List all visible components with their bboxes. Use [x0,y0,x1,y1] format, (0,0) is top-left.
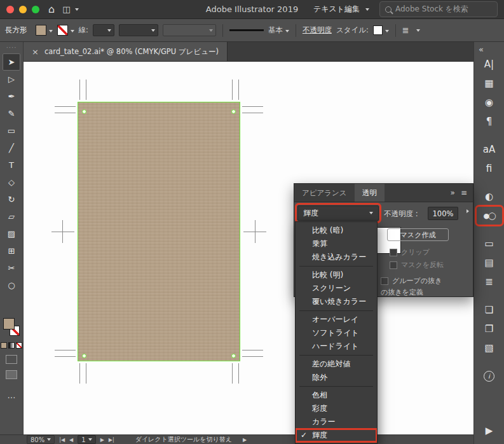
blend-mode-option[interactable]: 乗算 [296,237,377,251]
anchor-point[interactable] [82,109,86,114]
align-panel-icon[interactable]: ≣ [477,274,501,290]
blend-mode-option[interactable]: ソフトライト [296,326,377,340]
zoom-tool[interactable]: ○ [3,277,20,294]
zoom-button[interactable] [32,6,39,13]
opacity-link[interactable]: 不透明度 [303,25,332,35]
collapse-dock-icon[interactable]: « [474,45,484,55]
artboards-panel-icon[interactable]: ▭ [477,235,501,252]
shaper-tool[interactable]: ◇ [3,174,20,191]
blend-mode-option[interactable]: オーバーレイ [296,313,377,326]
rectangle-tool[interactable]: ▭ [3,122,20,139]
document-tab[interactable]: × card_tate_02.ai* @ 80% (CMYK/GPU プレビュー… [24,42,228,61]
toolbar-grip[interactable]: ···· [6,45,17,51]
checkbox-icon[interactable] [381,277,388,285]
close-icon[interactable]: × [32,47,39,57]
blend-mode-option[interactable]: 比較 (明) [296,268,377,282]
stock-search-input[interactable]: Adobe Stock を検索 [379,1,498,17]
edit-toolbar-ellipsis[interactable]: … [8,391,16,400]
zoom-level-select[interactable]: 80% [27,435,55,444]
color-guide-panel-icon[interactable]: ◐ [477,188,501,205]
blend-mode-option[interactable]: 差の絶対値 [296,357,377,371]
next-artboard-button[interactable]: ▶ [100,437,104,443]
blend-mode-option[interactable]: ✓輝度 [296,429,377,442]
pathfinder-panel-icon[interactable]: ▤ [477,254,501,271]
align-options-icon[interactable]: ≣ [402,25,409,35]
swatches-panel-icon[interactable]: ▦ [477,75,501,92]
transparency-panel-icon[interactable]: ●◯ [477,207,501,224]
blend-mode-option[interactable]: 色相 [296,389,377,402]
checkbox-icon[interactable] [390,249,397,256]
blend-mode-option[interactable]: 覆い焼きカラー [296,295,377,309]
blend-mode-option[interactable]: 比較 (暗) [296,224,377,237]
line-segment-tool[interactable]: ╱ [3,139,20,156]
blend-mode-option[interactable]: 除外 [296,371,377,384]
chevron-right-icon[interactable] [467,209,469,213]
tab-appearance[interactable]: アピアランス [294,184,355,202]
fill-swatch[interactable] [36,25,46,36]
character-panel-icon[interactable]: A| [477,56,501,73]
glyphs-panel-icon[interactable]: fi [477,160,501,177]
artboard-number-select[interactable]: 1 [78,435,95,444]
first-artboard-button[interactable]: |◀ [59,437,65,443]
actions-panel-icon[interactable]: ▶ [477,422,501,439]
prev-artboard-button[interactable]: ◀ [69,437,73,443]
color-panel-icon[interactable]: ◉ [477,94,501,111]
rotate-tool[interactable]: ↻ [3,191,20,208]
opacity-value-select[interactable]: 100% [428,207,458,220]
last-artboard-button[interactable]: ▶| [109,437,114,443]
status-expand-icon[interactable]: ▶ [243,437,247,443]
knockout-group-checkbox-row[interactable]: グループの抜き [381,276,442,286]
mesh-tool[interactable]: ⊞ [3,242,20,260]
direct-selection-tool[interactable]: ▷ [3,71,20,88]
fill-stroke-indicator[interactable] [3,318,20,336]
home-icon[interactable]: ⌂ [48,3,55,15]
graphic-style-select[interactable] [373,25,389,35]
scissors-tool[interactable]: ✂ [3,260,20,277]
selected-artwork[interactable] [78,102,240,361]
layers-panel-icon[interactable]: ❐ [477,321,501,337]
blend-mode-option[interactable]: スクリーン [296,282,377,295]
stroke-style-select[interactable]: 基本 [268,25,289,35]
gradient-mode-icon[interactable] [8,342,15,349]
width-profile-select[interactable] [163,24,216,36]
brush-definition-select[interactable] [119,24,158,36]
invert-mask-checkbox-row[interactable]: マスクを反転 [390,260,444,270]
close-button[interactable] [6,6,14,13]
draw-normal-mode-icon[interactable] [6,355,17,364]
clip-checkbox-row[interactable]: クリップ [390,247,430,257]
type-tool[interactable]: T [3,156,20,174]
stroke-color-control[interactable] [57,25,74,36]
tab-transparency[interactable]: 透明 [355,184,385,202]
define-knockout-row[interactable]: の抜きを定義 [381,288,423,297]
workspace-switcher[interactable]: テキスト編集 [313,4,369,15]
blend-mode-select[interactable]: 輝度 [297,205,379,221]
make-mask-button[interactable]: マスク作成 [387,228,449,241]
gradient-tool[interactable]: ▨ [3,225,20,242]
curvature-tool[interactable]: ✎ [3,105,20,122]
blend-mode-option[interactable]: 彩度 [296,402,377,415]
workspace-grid-icon[interactable]: ◫ [62,4,79,14]
minimize-button[interactable] [19,6,27,13]
stroke-weight-select[interactable] [93,24,114,36]
none-mode-icon[interactable] [16,342,22,349]
fill-color-control[interactable] [36,25,53,36]
selection-tool[interactable]: ➤ [3,53,20,71]
anchor-point[interactable] [82,354,86,358]
draw-behind-mode-icon[interactable] [6,370,17,379]
blend-mode-option[interactable]: ハードライト [296,340,377,353]
appearance-panel-icon[interactable]: ❏ [477,302,501,318]
stroke-none-swatch[interactable] [57,25,68,36]
fill-indicator-swatch[interactable] [3,318,15,330]
gradient-panel-icon[interactable]: ▧ [477,340,501,356]
paragraph-panel-icon[interactable]: ¶ [477,113,501,130]
checkbox-icon[interactable] [390,261,397,269]
anchor-point[interactable] [231,354,236,358]
color-mode-icon[interactable] [1,342,7,349]
blend-mode-option[interactable]: カラー [296,415,377,429]
panel-overflow-icon[interactable]: » [451,188,455,197]
character-styles-panel-icon[interactable]: aA [477,141,501,158]
info-panel-icon[interactable]: i [477,368,501,384]
blend-mode-option[interactable]: 焼き込みカラー [296,251,377,264]
panel-menu-icon[interactable]: ≡ [461,188,467,197]
style-swatch[interactable] [373,25,383,35]
